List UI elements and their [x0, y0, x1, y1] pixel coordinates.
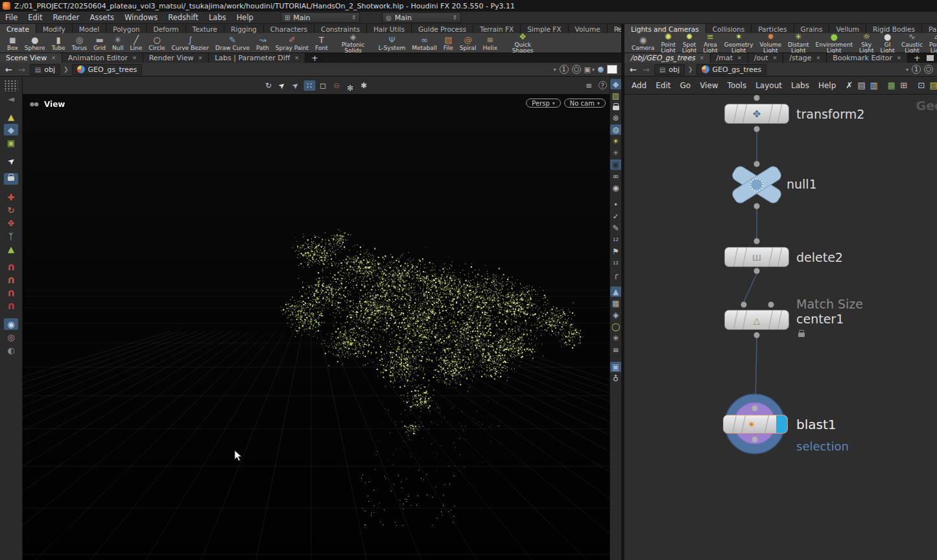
menu-assets[interactable]: Assets: [84, 13, 119, 22]
snap-point-icon[interactable]: U: [4, 287, 18, 299]
network-tree-icon[interactable]: ▤: [855, 80, 868, 91]
shelf-overflow-icon[interactable]: ▾: [616, 25, 619, 32]
flat-shaded-icon[interactable]: ◈: [610, 310, 622, 320]
close-tab-icon[interactable]: ✕: [773, 55, 777, 61]
tab-animation-editor[interactable]: Animation Editor ✕: [62, 53, 143, 63]
link-badge[interactable]: 1: [560, 65, 569, 74]
secure-selection-lock-icon[interactable]: [4, 173, 18, 185]
close-tab-icon[interactable]: ✕: [700, 55, 704, 61]
close-tab-icon[interactable]: ✕: [816, 55, 820, 61]
shelf-tool-font[interactable]: T Font: [312, 33, 331, 52]
shelf-tab-terrain-fx[interactable]: Terrain FX: [473, 24, 521, 33]
network-layout-icon[interactable]: ⊞: [897, 80, 910, 91]
point-numbers-icon[interactable]: 12: [610, 235, 622, 245]
display-flag-toggle[interactable]: [776, 415, 787, 433]
snap-curve-icon[interactable]: U: [4, 274, 18, 286]
shelf-tool-camera[interactable]: ◉ Camera: [628, 33, 658, 52]
shelf-tab-texture[interactable]: Texture: [186, 24, 224, 33]
material-preview-icon[interactable]: ◐: [4, 344, 18, 356]
desktop-spinner-icon[interactable]: ⇕: [452, 14, 457, 21]
shelf-tab-constraints[interactable]: Constraints: [314, 24, 367, 33]
default-light-icon[interactable]: ☀: [610, 148, 622, 158]
breadcrumb-geo-gs-trees[interactable]: GEO_gs_trees: [696, 64, 767, 75]
vertex-marker-icon[interactable]: ✓: [610, 211, 622, 222]
breadcrumb-obj[interactable]: ▤ obj: [654, 64, 685, 75]
path-dropdown-icon[interactable]: ▾: [554, 67, 556, 73]
camera-view-icon[interactable]: ◉: [610, 183, 622, 193]
shelf-tool-sky-light[interactable]: ☼ Sky Light: [856, 33, 877, 52]
disable-view-icon[interactable]: ⊗: [610, 113, 622, 123]
shelf-tool-distant-light[interactable]: ✳ Distant Light: [785, 33, 812, 52]
snap-grid-icon[interactable]: U: [4, 261, 18, 273]
view-mask-icon[interactable]: ⊖: [331, 80, 342, 91]
select-objects-icon[interactable]: ▲: [4, 111, 18, 122]
back-button[interactable]: ←: [628, 65, 638, 75]
view-options-icon[interactable]: ≡: [610, 345, 622, 355]
net-menu-labs[interactable]: Labs: [787, 81, 814, 90]
shelf-tab-particle-fluids[interactable]: Particle Fluids: [922, 24, 937, 33]
add-pane-tab-button[interactable]: +: [305, 53, 324, 63]
menu-redshift[interactable]: Redshift: [163, 13, 204, 22]
select-cursor-icon[interactable]: ➤: [4, 155, 18, 167]
handles-tool-icon[interactable]: ▲: [4, 243, 18, 255]
shelf-tab-modify[interactable]: Modify: [36, 24, 73, 33]
tab-render-view[interactable]: Render View ✕: [143, 53, 209, 63]
node-transform2[interactable]: ✥: [724, 104, 789, 124]
shelf-tab-grains[interactable]: Grains: [794, 24, 830, 33]
translate-tool-icon[interactable]: ✚: [4, 191, 18, 203]
shelf-tab-rigging[interactable]: Rigging: [224, 24, 264, 33]
shelf-tool-volume-light[interactable]: ✸ Volume Light: [757, 33, 785, 52]
stowbar-options-icon[interactable]: ≡: [583, 80, 595, 91]
shelf-tool-circle[interactable]: ○ Circle: [145, 33, 168, 52]
shelf-tool-portal-light[interactable]: ▱ Portal Light: [926, 33, 937, 52]
add-pane-tab-button[interactable]: +: [908, 53, 927, 63]
view-lock-icon[interactable]: [611, 102, 621, 111]
sticky-note-icon[interactable]: ▤: [927, 80, 937, 91]
shelf-tab-model[interactable]: Model: [73, 24, 107, 33]
shelf-tab-simple-fx[interactable]: Simple FX: [521, 24, 568, 33]
tab-stage[interactable]: /stage ✕: [783, 53, 827, 63]
network-parms-icon[interactable]: ▥: [868, 80, 880, 91]
show-points-icon[interactable]: ◆: [610, 79, 622, 89]
shelf-tool-box[interactable]: ◼ Box: [4, 33, 21, 52]
shelf-tool-path[interactable]: ↝ Path: [253, 33, 272, 52]
menu-edit[interactable]: Edit: [23, 13, 47, 22]
snap-mode-selector[interactable]: ▣▾: [584, 65, 595, 74]
node-label-null1[interactable]: null1: [787, 178, 817, 191]
shelf-tab-hair-utils[interactable]: Hair Utils: [367, 24, 412, 33]
shaded-mode-icon[interactable]: ▲: [610, 286, 622, 297]
shelf-tool-line[interactable]: ╱ Line: [126, 33, 145, 52]
headlight-icon[interactable]: ☀: [610, 136, 622, 146]
point-marker-icon[interactable]: •: [610, 200, 622, 210]
shelf-tool-torus[interactable]: ◎ Torus: [69, 33, 91, 52]
breadcrumb-geo-gs-trees[interactable]: GEO_gs_trees: [72, 64, 143, 75]
normal-marker-icon[interactable]: ✎: [610, 223, 622, 233]
menu-labs[interactable]: Labs: [204, 13, 231, 22]
shelf-tab-collisions[interactable]: Collisions: [706, 24, 752, 33]
rotate-tool-icon[interactable]: ↻: [4, 204, 18, 216]
desktop-spinner-icon[interactable]: ⇕: [351, 14, 356, 21]
shelf-tab-rigid-bodies[interactable]: Rigid Bodies: [866, 24, 922, 33]
prim-numbers-icon[interactable]: 12: [610, 258, 622, 268]
link-circle-icon[interactable]: [924, 65, 933, 74]
forward-button[interactable]: →: [17, 65, 27, 75]
shelf-tool-null[interactable]: ✳ Null: [109, 33, 126, 52]
shading-mode-icon[interactable]: [598, 67, 604, 73]
viewport-3d-canvas[interactable]: [23, 95, 610, 560]
viewport-view-menu[interactable]: View: [29, 100, 65, 109]
node-center1[interactable]: △: [724, 310, 789, 330]
view-pivot-icon[interactable]: ◍: [610, 124, 622, 135]
tab-obj-geo-gs-trees[interactable]: /obj/GEO_gs_trees ✕: [624, 53, 711, 63]
node-blast1[interactable]: ✴: [723, 415, 788, 434]
shelf-tool-point-light[interactable]: ✺ Point Light: [658, 33, 678, 52]
close-tab-icon[interactable]: ✕: [294, 55, 299, 61]
curve-hull-icon[interactable]: ╭: [610, 270, 622, 280]
pin-view-icon[interactable]: ♁: [610, 373, 622, 384]
shelf-tool-platonic-solids[interactable]: ◈ Platonic Solids: [331, 33, 375, 52]
shelf-tool-curve-bezier[interactable]: ∫ Curve Bezier: [169, 33, 213, 52]
select-components-icon[interactable]: ◆: [4, 124, 18, 135]
pose-tool-icon[interactable]: ᛉ: [4, 230, 18, 242]
link-badge[interactable]: 1: [912, 65, 921, 74]
close-tab-icon[interactable]: ✕: [737, 55, 742, 61]
tab-bookmark-editor[interactable]: Bookmark Editor ✕: [827, 53, 907, 63]
